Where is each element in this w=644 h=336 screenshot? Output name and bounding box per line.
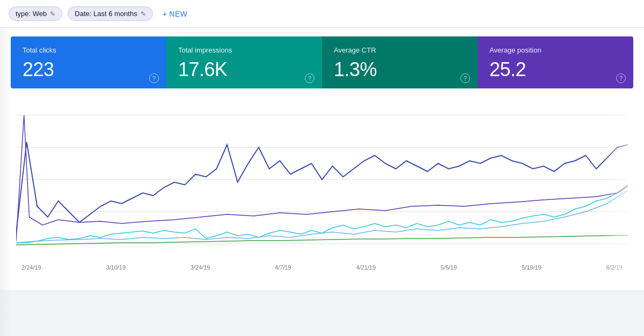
x-label-5: 5/5/19 [441, 264, 457, 271]
clicks-info-icon[interactable]: ? [149, 73, 159, 83]
x-label-4: 4/21/19 [356, 264, 376, 271]
x-label-6: 5/19/19 [522, 264, 541, 271]
new-button[interactable]: + NEW [158, 7, 192, 21]
position-info-icon[interactable]: ? [616, 73, 626, 83]
impressions-info-icon[interactable]: ? [305, 73, 314, 83]
x-label-2: 3/24/19 [191, 264, 210, 271]
x-label-3: 4/7/19 [275, 264, 291, 271]
date-filter-chip[interactable]: Date: Last 6 months ✎ [68, 6, 152, 21]
type-filter-edit-icon: ✎ [50, 10, 55, 18]
chart-svg [16, 99, 628, 260]
chart-container: 2/24/19 3/10/19 3/24/19 4/7/19 4/21/19 5… [11, 88, 633, 281]
x-label-7: 6/2/19 [606, 264, 623, 271]
metrics-row: Total clicks 223 ? Total impressions 17.… [11, 36, 633, 88]
date-filter-label: Date: Last 6 months [75, 10, 137, 18]
ctr-info-icon[interactable]: ? [460, 73, 470, 83]
ctr-value: 1.3% [334, 58, 466, 81]
date-filter-edit-icon: ✎ [141, 10, 146, 18]
top-bar: type: Web ✎ Date: Last 6 months ✎ + NEW [0, 0, 644, 28]
metric-card-position: Average position 25.2 ? [478, 36, 633, 88]
impressions-label: Total impressions [178, 46, 310, 54]
metric-card-clicks: Total clicks 223 ? [11, 36, 166, 88]
clicks-value: 223 [23, 58, 155, 81]
type-filter-label: type: Web [16, 10, 47, 18]
x-axis-labels: 2/24/19 3/10/19 3/24/19 4/7/19 4/21/19 5… [16, 262, 628, 271]
ctr-label: Average CTR [334, 46, 466, 54]
main-content: Total clicks 223 ? Total impressions 17.… [0, 28, 644, 290]
metric-card-impressions: Total impressions 17.6K ? [166, 36, 322, 88]
clicks-label: Total clicks [23, 46, 155, 54]
metric-card-ctr: Average CTR 1.3% ? [322, 36, 478, 88]
x-label-1: 3/10/19 [106, 264, 126, 271]
position-value: 25.2 [489, 58, 621, 81]
impressions-value: 17.6K [178, 58, 310, 81]
x-label-0: 2/24/19 [21, 264, 41, 271]
type-filter-chip[interactable]: type: Web ✎ [9, 6, 62, 21]
new-button-plus: + [163, 10, 167, 18]
new-button-label: NEW [169, 10, 187, 18]
position-label: Average position [489, 46, 621, 54]
